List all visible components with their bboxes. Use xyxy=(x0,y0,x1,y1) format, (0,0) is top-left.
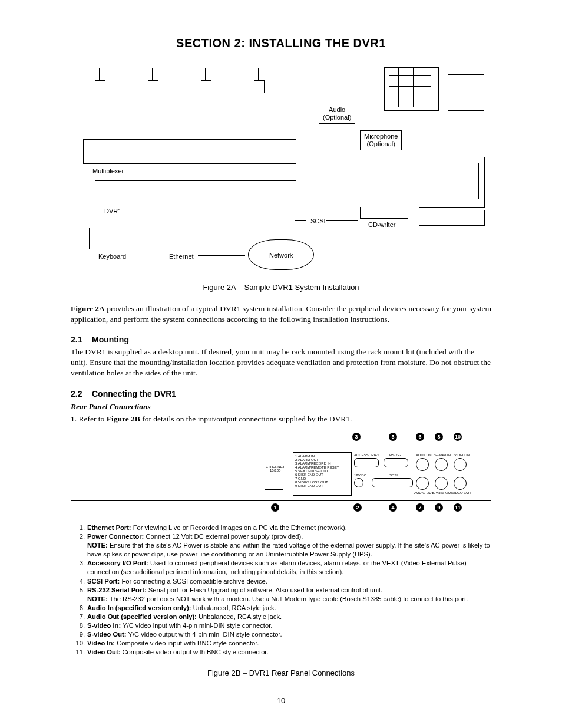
callout-3: 3 xyxy=(352,433,361,441)
figure-2b-caption: Figure 2B – DVR1 Rear Panel Connections xyxy=(71,668,491,678)
legend-index: 1. xyxy=(71,523,87,532)
label-ethernet: Ethernet xyxy=(166,251,197,262)
panel-audioin: AUDIO IN xyxy=(416,453,432,457)
legend-index: 7. xyxy=(71,612,87,621)
callout-4: 4 xyxy=(389,503,397,512)
legend-text: Accessory I/O Port: Used to connect peri… xyxy=(87,559,491,577)
legend-text: Video In: Composite video input with BNC… xyxy=(87,639,491,648)
panel-videoin: VIDEO IN xyxy=(454,453,470,457)
legend-desc: For connecting a SCSI compatible archive… xyxy=(120,578,267,585)
legend-text: Power Connector: Connect 12 Volt DC exte… xyxy=(87,532,491,559)
legend-desc: Unbalanced, RCA style jack. xyxy=(191,604,276,611)
legend-desc: For viewing Live or Recorded Images on a… xyxy=(131,524,347,531)
panel-audioout: AUDIO OUT xyxy=(414,491,434,495)
panel-videoout: VIDEO OUT xyxy=(452,491,471,495)
legend-term: Accessory I/O Port: xyxy=(87,559,148,566)
legend-index: 6. xyxy=(71,604,87,612)
legend-term: S-video In: xyxy=(87,622,121,629)
label-cdwriter: CD-writer xyxy=(365,219,399,230)
callouts-bottom: 1 2 4 7 9 11 xyxy=(71,503,491,516)
label-audio: Audio (Optional) xyxy=(319,104,355,124)
panel-ethernet-label: ETHERNET 10/100 xyxy=(266,465,285,473)
label-keyboard: Keyboard xyxy=(95,251,130,262)
legend-index: 8. xyxy=(71,621,87,630)
label-dvr1: DVR1 xyxy=(101,206,125,217)
callout-2: 2 xyxy=(353,503,362,512)
legend-text: Audio In (specified version only): Unbal… xyxy=(87,604,491,612)
legend-desc: Unbalanced, RCA style jack. xyxy=(197,613,282,620)
panel-pins: 1 ALARM IN 2 ALARM OUT 3 ALARM/RECORD IN… xyxy=(295,454,339,488)
legend-row: 10.Video In: Composite video input with … xyxy=(71,639,491,648)
step1-pre: 1. Refer to xyxy=(71,414,107,423)
legend-text: S-video Out: Y/C video output with 4-pin… xyxy=(87,630,491,639)
label-microphone: Microphone (Optional) xyxy=(360,130,402,150)
callout-8: 8 xyxy=(435,433,443,441)
figure-2b-diagram: ETHERNET 10/100 1 ALARM IN 2 ALARM OUT 3… xyxy=(71,447,491,501)
panel-svideoout: S-video OUT xyxy=(432,491,453,495)
figure-2a-diagram: Multiplexer DVR1 Keyboard Ethernet Netwo… xyxy=(71,62,491,275)
legend-term: Audio In (specified version only): xyxy=(87,604,191,611)
legend-row: 5.RS-232 Serial Port: Serial port for Fl… xyxy=(71,586,491,604)
legend-note: NOTE: The RS-232 port does NOT work with… xyxy=(87,595,491,604)
legend-row: 2.Power Connector: Connect 12 Volt DC ex… xyxy=(71,532,491,559)
legend-row: 8.S-video In: Y/C video input with 4-pin… xyxy=(71,621,491,630)
callouts-top: 3 5 6 8 10 xyxy=(71,433,491,444)
legend-term: S-video Out: xyxy=(87,631,127,638)
label-scsi: SCSI xyxy=(307,216,329,227)
legend-desc: Composite video output with BNC style co… xyxy=(120,648,268,655)
legend-index: 9. xyxy=(71,630,87,639)
heading-2-2-title: Connecting the DVR1 xyxy=(92,389,176,398)
legend-term: RS-232 Serial Port: xyxy=(87,587,147,594)
legend-text: SCSI Port: For connecting a SCSI compati… xyxy=(87,577,491,586)
legend-term: Power Connector: xyxy=(87,533,144,540)
figure-2a-caption: Figure 2A – Sample DVR1 System Installat… xyxy=(71,282,491,293)
legend-index: 5. xyxy=(71,586,87,595)
legend-row: 11.Video Out: Composite video output wit… xyxy=(71,648,491,657)
legend-index: 11. xyxy=(71,648,87,657)
legend-term: Audio Out (specified version only): xyxy=(87,613,197,620)
panel-scsi: SCSI xyxy=(389,473,398,477)
step1-post: for details on the input/output connecti… xyxy=(140,414,352,423)
label-multiplexer: Multiplexer xyxy=(89,166,127,177)
step1-figref: Figure 2B xyxy=(107,414,140,423)
legend-row: 3.Accessory I/O Port: Used to connect pe… xyxy=(71,559,491,577)
legend-term: Ethernet Port: xyxy=(87,524,131,531)
panel-acc: ACCESSORIES xyxy=(354,453,379,457)
callout-5: 5 xyxy=(389,433,397,441)
legend-desc: Y/C video input with 4-pin mini-DIN styl… xyxy=(121,622,272,629)
legend-term: Video In: xyxy=(87,640,115,647)
legend-text: Video Out: Composite video output with B… xyxy=(87,648,491,657)
panel-rs232: RS-232 xyxy=(389,453,401,457)
intro-figref: Figure 2A xyxy=(71,304,105,313)
callout-1: 1 xyxy=(271,503,279,512)
sec22-step1: 1. Refer to Figure 2B for details on the… xyxy=(71,414,491,424)
legend-row: 9.S-video Out: Y/C video output with 4-p… xyxy=(71,630,491,639)
label-network: Network xyxy=(266,250,296,261)
panel-svideoin: S-video IN xyxy=(434,453,451,457)
figure-2b-legend: 1.Ethernet Port: For viewing Live or Rec… xyxy=(71,523,491,657)
legend-desc: Connect 12 Volt DC external power supply… xyxy=(144,533,303,540)
intro-text: provides an illustration of a typical DV… xyxy=(71,304,491,324)
legend-row: 7.Audio Out (specified version only): Un… xyxy=(71,612,491,621)
panel-power: 12V DC xyxy=(354,473,366,477)
legend-desc: Serial port for Flash Upgrading of softw… xyxy=(147,587,382,594)
legend-index: 2. xyxy=(71,532,87,541)
legend-row: 4.SCSI Port: For connecting a SCSI compa… xyxy=(71,577,491,586)
callout-6: 6 xyxy=(416,433,424,441)
legend-text: RS-232 Serial Port: Serial port for Flas… xyxy=(87,586,491,604)
legend-index: 4. xyxy=(71,577,87,586)
heading-rear-panel: Rear Panel Connections xyxy=(71,401,491,412)
heading-2-1-num: 2.1 xyxy=(71,334,92,345)
callout-9: 9 xyxy=(435,503,443,512)
callout-10: 10 xyxy=(454,433,462,441)
sec21-body: The DVR1 is supplied as a desktop unit. … xyxy=(71,347,491,379)
heading-2-1-title: Mounting xyxy=(92,335,129,344)
legend-desc: Composite video input with BNC style con… xyxy=(115,640,259,647)
intro-paragraph: Figure 2A provides an illustration of a … xyxy=(71,304,491,325)
legend-desc: Y/C video output with 4-pin mini-DIN sty… xyxy=(127,631,282,638)
legend-index: 3. xyxy=(71,559,87,568)
legend-row: 1.Ethernet Port: For viewing Live or Rec… xyxy=(71,523,491,532)
legend-note: NOTE: Ensure that the site's AC Power is… xyxy=(87,541,491,559)
legend-text: S-video In: Y/C video input with 4-pin m… xyxy=(87,621,491,630)
callout-11: 11 xyxy=(454,503,462,512)
